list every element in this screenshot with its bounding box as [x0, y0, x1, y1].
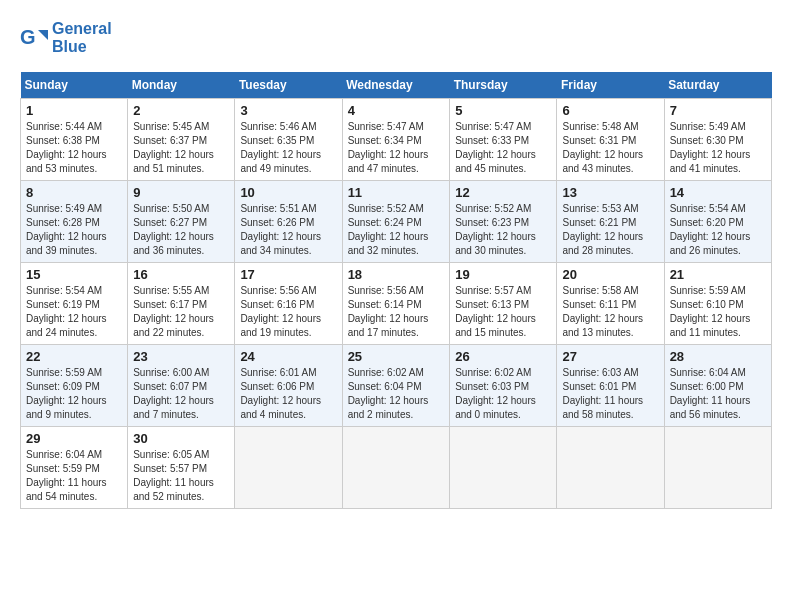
day-number: 3 [240, 103, 336, 118]
day-cell: 7 Sunrise: 5:49 AMSunset: 6:30 PMDayligh… [664, 99, 771, 181]
day-number: 7 [670, 103, 766, 118]
day-info: Sunrise: 5:57 AMSunset: 6:13 PMDaylight:… [455, 284, 551, 340]
day-number: 20 [562, 267, 658, 282]
day-cell: 21 Sunrise: 5:59 AMSunset: 6:10 PMDaylig… [664, 263, 771, 345]
day-cell: 9 Sunrise: 5:50 AMSunset: 6:27 PMDayligh… [128, 181, 235, 263]
day-info: Sunrise: 5:49 AMSunset: 6:28 PMDaylight:… [26, 202, 122, 258]
day-info: Sunrise: 5:54 AMSunset: 6:20 PMDaylight:… [670, 202, 766, 258]
day-cell: 17 Sunrise: 5:56 AMSunset: 6:16 PMDaylig… [235, 263, 342, 345]
day-cell: 25 Sunrise: 6:02 AMSunset: 6:04 PMDaylig… [342, 345, 450, 427]
day-number: 5 [455, 103, 551, 118]
day-cell: 23 Sunrise: 6:00 AMSunset: 6:07 PMDaylig… [128, 345, 235, 427]
day-cell: 22 Sunrise: 5:59 AMSunset: 6:09 PMDaylig… [21, 345, 128, 427]
day-info: Sunrise: 6:04 AMSunset: 6:00 PMDaylight:… [670, 366, 766, 422]
col-header-monday: Monday [128, 72, 235, 99]
day-cell: 10 Sunrise: 5:51 AMSunset: 6:26 PMDaylig… [235, 181, 342, 263]
day-info: Sunrise: 5:59 AMSunset: 6:10 PMDaylight:… [670, 284, 766, 340]
day-info: Sunrise: 5:51 AMSunset: 6:26 PMDaylight:… [240, 202, 336, 258]
day-number: 8 [26, 185, 122, 200]
svg-marker-1 [38, 30, 48, 40]
day-cell: 20 Sunrise: 5:58 AMSunset: 6:11 PMDaylig… [557, 263, 664, 345]
day-number: 2 [133, 103, 229, 118]
day-info: Sunrise: 5:44 AMSunset: 6:38 PMDaylight:… [26, 120, 122, 176]
day-info: Sunrise: 6:00 AMSunset: 6:07 PMDaylight:… [133, 366, 229, 422]
day-cell: 26 Sunrise: 6:02 AMSunset: 6:03 PMDaylig… [450, 345, 557, 427]
logo: G General Blue [20, 20, 112, 56]
day-number: 26 [455, 349, 551, 364]
day-number: 27 [562, 349, 658, 364]
day-number: 29 [26, 431, 122, 446]
day-cell: 29 Sunrise: 6:04 AMSunset: 5:59 PMDaylig… [21, 427, 128, 509]
svg-text:G: G [20, 26, 36, 48]
day-cell [235, 427, 342, 509]
day-number: 22 [26, 349, 122, 364]
day-info: Sunrise: 5:49 AMSunset: 6:30 PMDaylight:… [670, 120, 766, 176]
day-cell: 1 Sunrise: 5:44 AMSunset: 6:38 PMDayligh… [21, 99, 128, 181]
day-number: 4 [348, 103, 445, 118]
day-info: Sunrise: 5:46 AMSunset: 6:35 PMDaylight:… [240, 120, 336, 176]
day-cell: 16 Sunrise: 5:55 AMSunset: 6:17 PMDaylig… [128, 263, 235, 345]
day-cell [664, 427, 771, 509]
week-row-1: 1 Sunrise: 5:44 AMSunset: 6:38 PMDayligh… [21, 99, 772, 181]
column-headers: SundayMondayTuesdayWednesdayThursdayFrid… [21, 72, 772, 99]
day-cell: 19 Sunrise: 5:57 AMSunset: 6:13 PMDaylig… [450, 263, 557, 345]
logo-icon: G [20, 24, 48, 52]
logo-line2: Blue [52, 38, 112, 56]
col-header-wednesday: Wednesday [342, 72, 450, 99]
col-header-tuesday: Tuesday [235, 72, 342, 99]
day-info: Sunrise: 5:52 AMSunset: 6:24 PMDaylight:… [348, 202, 445, 258]
week-row-2: 8 Sunrise: 5:49 AMSunset: 6:28 PMDayligh… [21, 181, 772, 263]
day-number: 12 [455, 185, 551, 200]
day-number: 13 [562, 185, 658, 200]
day-number: 6 [562, 103, 658, 118]
day-info: Sunrise: 5:52 AMSunset: 6:23 PMDaylight:… [455, 202, 551, 258]
day-cell: 24 Sunrise: 6:01 AMSunset: 6:06 PMDaylig… [235, 345, 342, 427]
day-cell: 12 Sunrise: 5:52 AMSunset: 6:23 PMDaylig… [450, 181, 557, 263]
day-cell: 5 Sunrise: 5:47 AMSunset: 6:33 PMDayligh… [450, 99, 557, 181]
day-cell: 11 Sunrise: 5:52 AMSunset: 6:24 PMDaylig… [342, 181, 450, 263]
day-cell: 3 Sunrise: 5:46 AMSunset: 6:35 PMDayligh… [235, 99, 342, 181]
calendar-body: 1 Sunrise: 5:44 AMSunset: 6:38 PMDayligh… [21, 99, 772, 509]
day-cell [342, 427, 450, 509]
day-info: Sunrise: 6:04 AMSunset: 5:59 PMDaylight:… [26, 448, 122, 504]
day-number: 16 [133, 267, 229, 282]
day-number: 1 [26, 103, 122, 118]
day-info: Sunrise: 5:50 AMSunset: 6:27 PMDaylight:… [133, 202, 229, 258]
day-cell [557, 427, 664, 509]
day-cell: 4 Sunrise: 5:47 AMSunset: 6:34 PMDayligh… [342, 99, 450, 181]
day-number: 24 [240, 349, 336, 364]
day-number: 23 [133, 349, 229, 364]
day-number: 21 [670, 267, 766, 282]
day-info: Sunrise: 5:58 AMSunset: 6:11 PMDaylight:… [562, 284, 658, 340]
day-number: 10 [240, 185, 336, 200]
day-info: Sunrise: 6:02 AMSunset: 6:04 PMDaylight:… [348, 366, 445, 422]
day-info: Sunrise: 5:48 AMSunset: 6:31 PMDaylight:… [562, 120, 658, 176]
day-info: Sunrise: 5:47 AMSunset: 6:33 PMDaylight:… [455, 120, 551, 176]
day-number: 30 [133, 431, 229, 446]
week-row-5: 29 Sunrise: 6:04 AMSunset: 5:59 PMDaylig… [21, 427, 772, 509]
day-cell [450, 427, 557, 509]
day-number: 9 [133, 185, 229, 200]
day-info: Sunrise: 5:53 AMSunset: 6:21 PMDaylight:… [562, 202, 658, 258]
col-header-saturday: Saturday [664, 72, 771, 99]
day-info: Sunrise: 5:45 AMSunset: 6:37 PMDaylight:… [133, 120, 229, 176]
col-header-friday: Friday [557, 72, 664, 99]
day-info: Sunrise: 5:47 AMSunset: 6:34 PMDaylight:… [348, 120, 445, 176]
day-cell: 8 Sunrise: 5:49 AMSunset: 6:28 PMDayligh… [21, 181, 128, 263]
day-number: 15 [26, 267, 122, 282]
day-number: 28 [670, 349, 766, 364]
day-info: Sunrise: 6:05 AMSunset: 5:57 PMDaylight:… [133, 448, 229, 504]
day-info: Sunrise: 5:55 AMSunset: 6:17 PMDaylight:… [133, 284, 229, 340]
day-info: Sunrise: 6:03 AMSunset: 6:01 PMDaylight:… [562, 366, 658, 422]
logo-line1: General [52, 20, 112, 38]
day-cell: 18 Sunrise: 5:56 AMSunset: 6:14 PMDaylig… [342, 263, 450, 345]
day-number: 19 [455, 267, 551, 282]
day-cell: 13 Sunrise: 5:53 AMSunset: 6:21 PMDaylig… [557, 181, 664, 263]
col-header-thursday: Thursday [450, 72, 557, 99]
calendar-table: SundayMondayTuesdayWednesdayThursdayFrid… [20, 72, 772, 509]
day-number: 14 [670, 185, 766, 200]
day-info: Sunrise: 6:02 AMSunset: 6:03 PMDaylight:… [455, 366, 551, 422]
week-row-3: 15 Sunrise: 5:54 AMSunset: 6:19 PMDaylig… [21, 263, 772, 345]
day-cell: 2 Sunrise: 5:45 AMSunset: 6:37 PMDayligh… [128, 99, 235, 181]
col-header-sunday: Sunday [21, 72, 128, 99]
